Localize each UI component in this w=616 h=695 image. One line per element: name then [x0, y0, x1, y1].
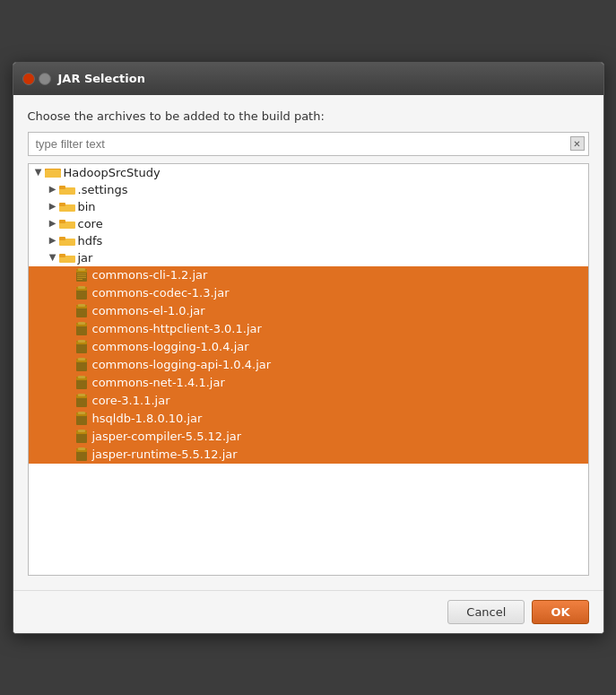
- tree-item-core[interactable]: ▶ core: [29, 215, 588, 232]
- tree-item-jar-1[interactable]: commons-codec-1.3.jar: [29, 284, 588, 302]
- tree-item-root[interactable]: ▼ HadoopSrcStudy: [29, 164, 588, 181]
- svg-rect-29: [78, 322, 85, 325]
- folder-icon: [59, 234, 75, 247]
- svg-rect-32: [78, 340, 85, 343]
- svg-rect-19: [77, 279, 82, 280]
- jar-file-label: commons-logging-1.0.4.jar: [92, 340, 249, 353]
- tree-item-jar-8[interactable]: hsqldb-1.8.0.10.jar: [29, 410, 588, 428]
- jar-file-label: commons-net-1.4.1.jar: [92, 376, 225, 389]
- jar-file-icon: [74, 340, 90, 354]
- jar-file-icon: [74, 358, 90, 372]
- folder-icon: [59, 217, 75, 230]
- jar-file-icon: [74, 322, 90, 336]
- ok-button[interactable]: OK: [532, 600, 588, 624]
- svg-rect-17: [77, 275, 86, 276]
- svg-rect-11: [59, 237, 65, 240]
- jar-file-label: commons-httpclient-3.0.1.jar: [92, 322, 262, 335]
- svg-rect-23: [78, 286, 85, 289]
- minimize-button[interactable]: [39, 73, 51, 85]
- jar-file-label: commons-el-1.0.jar: [92, 304, 205, 317]
- spacer: [61, 448, 74, 461]
- svg-rect-47: [78, 430, 85, 432]
- svg-rect-7: [59, 203, 65, 206]
- hdfs-label: hdfs: [78, 234, 103, 248]
- filter-row: ✕: [28, 132, 589, 156]
- tree-item-jar-4[interactable]: commons-logging-1.0.4.jar: [29, 338, 588, 356]
- title-bar-buttons: [22, 73, 51, 85]
- tree-item-jar[interactable]: ▼ jar: [29, 249, 588, 266]
- expand-icon: ▼: [47, 251, 59, 264]
- jar-file-icon: [74, 394, 90, 408]
- jar-file-icon: [74, 268, 90, 282]
- tree-item-jar-2[interactable]: commons-el-1.0.jar: [29, 302, 588, 320]
- cancel-button[interactable]: Cancel: [447, 600, 525, 624]
- spacer: [61, 359, 74, 371]
- jar-file-icon: [74, 304, 90, 318]
- spacer: [61, 341, 74, 353]
- jar-file-label: hsqldb-1.8.0.10.jar: [92, 412, 203, 425]
- filter-input[interactable]: [32, 135, 570, 153]
- tree-item-jar-7[interactable]: core-3.1.1.jar: [29, 392, 588, 410]
- dialog-body: Choose the archives to be added to the b…: [13, 95, 603, 590]
- spacer: [61, 430, 74, 443]
- folder-icon: [59, 183, 75, 195]
- jar-file-label: commons-codec-1.3.jar: [92, 286, 230, 300]
- svg-rect-35: [78, 358, 85, 361]
- jar-selection-dialog: JAR Selection Choose the archives to be …: [13, 62, 604, 634]
- svg-rect-50: [78, 447, 85, 450]
- svg-rect-41: [78, 394, 85, 396]
- folder-icon: [45, 166, 61, 178]
- tree-item-jar-9[interactable]: jasper-compiler-5.5.12.jar: [29, 428, 588, 446]
- svg-rect-26: [78, 304, 85, 307]
- tree-item-bin[interactable]: ▶ bin: [29, 198, 588, 215]
- jar-file-icon: [74, 447, 90, 462]
- jar-file-icon: [74, 376, 90, 390]
- tree-item-jar-6[interactable]: commons-net-1.4.1.jar: [29, 374, 588, 392]
- svg-rect-13: [59, 254, 65, 257]
- spacer: [61, 305, 74, 317]
- expand-icon: ▶: [47, 200, 59, 213]
- svg-rect-38: [78, 376, 85, 378]
- dialog-description: Choose the archives to be added to the b…: [28, 109, 589, 123]
- tree-item-jar-0[interactable]: commons-cli-1.2.jar: [29, 266, 588, 284]
- tree-item-jar-5[interactable]: commons-logging-api-1.0.4.jar: [29, 356, 588, 374]
- jar-file-label: jasper-runtime-5.5.12.jar: [92, 447, 238, 461]
- svg-rect-3: [45, 170, 61, 178]
- jar-file-label: core-3.1.1.jar: [92, 394, 170, 407]
- tree-item-hdfs[interactable]: ▶ hdfs: [29, 232, 588, 249]
- jar-file-icon: [74, 412, 90, 426]
- jar-folder-label: jar: [78, 251, 93, 265]
- svg-rect-18: [77, 277, 86, 278]
- jar-file-label: commons-cli-1.2.jar: [92, 268, 208, 282]
- filter-clear-button[interactable]: ✕: [570, 136, 585, 151]
- tree-container[interactable]: ▼ HadoopSrcStudy ▶: [28, 163, 589, 576]
- spacer: [61, 287, 74, 300]
- spacer: [61, 269, 74, 282]
- svg-rect-44: [78, 412, 85, 414]
- title-bar: JAR Selection: [13, 63, 603, 95]
- tree-item-settings[interactable]: ▶ .settings: [29, 181, 588, 198]
- expand-icon: ▶: [47, 234, 59, 247]
- core-label: core: [78, 217, 103, 230]
- svg-rect-9: [59, 220, 65, 223]
- close-button[interactable]: [22, 73, 35, 85]
- tree-item-jar-10[interactable]: jasper-runtime-5.5.12.jar: [29, 446, 588, 464]
- dialog-footer: Cancel OK: [13, 590, 603, 633]
- spacer: [61, 377, 74, 389]
- jar-file-label: commons-logging-api-1.0.4.jar: [92, 358, 272, 371]
- spacer: [61, 413, 74, 425]
- expand-icon: ▶: [47, 217, 59, 230]
- expand-icon: ▶: [47, 183, 59, 195]
- folder-icon: [59, 251, 75, 264]
- dialog-title: JAR Selection: [58, 72, 145, 85]
- jar-file-label: jasper-compiler-5.5.12.jar: [92, 430, 242, 443]
- svg-rect-20: [78, 268, 85, 271]
- folder-icon: [59, 200, 75, 213]
- svg-rect-16: [77, 274, 86, 274]
- tree-item-jar-3[interactable]: commons-httpclient-3.0.1.jar: [29, 320, 588, 338]
- jar-file-icon: [74, 286, 90, 300]
- root-label: HadoopSrcStudy: [64, 166, 161, 179]
- spacer: [61, 395, 74, 407]
- settings-label: .settings: [78, 183, 128, 196]
- expand-icon: ▼: [32, 166, 45, 178]
